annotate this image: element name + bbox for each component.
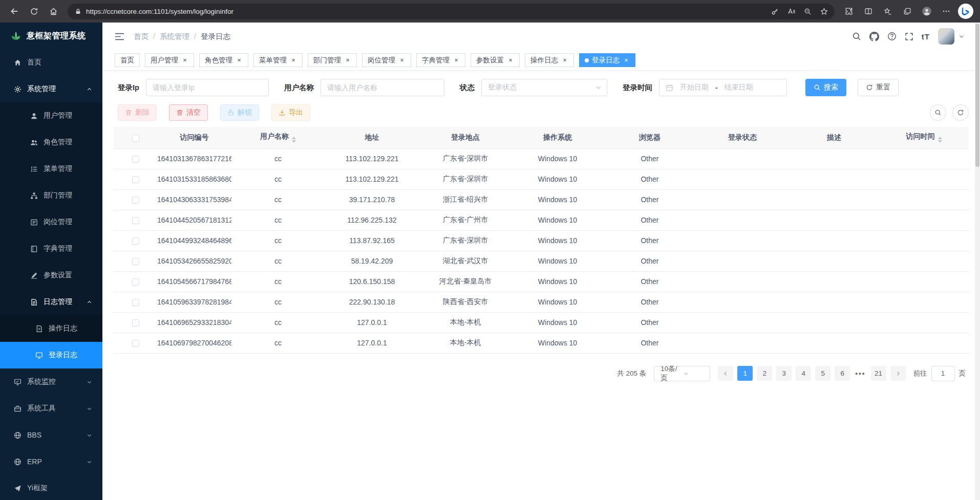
- tab-home[interactable]: 首页: [115, 53, 140, 67]
- login-time-range-picker[interactable]: 开始日期 - 结束日期: [659, 79, 787, 96]
- page-button-5[interactable]: 5: [815, 366, 830, 381]
- close-icon[interactable]: ×: [290, 57, 297, 64]
- status-select[interactable]: 登录状态: [481, 79, 607, 96]
- sidebar-item-log-management[interactable]: 日志管理: [0, 289, 102, 315]
- breadcrumb-home[interactable]: 首页: [134, 32, 148, 41]
- tab-role-management[interactable]: 角色管理×: [199, 53, 248, 67]
- export-button[interactable]: 导出: [271, 104, 310, 121]
- sidebar-item-yi-framework[interactable]: Yi框架: [0, 475, 102, 500]
- favorites-hub-icon[interactable]: [879, 2, 897, 20]
- row-checkbox[interactable]: [132, 299, 139, 306]
- toggle-search-icon[interactable]: [930, 104, 946, 121]
- pagination-ellipsis[interactable]: •••: [854, 369, 866, 377]
- user-name-input[interactable]: [321, 79, 444, 96]
- avatar-dropdown-caret-icon[interactable]: [958, 33, 965, 39]
- page-button-1[interactable]: 1: [737, 366, 753, 381]
- fullscreen-icon[interactable]: [905, 32, 913, 41]
- sidebar-item-menu-management[interactable]: 菜单管理: [0, 156, 102, 182]
- sidebar-item-system-management[interactable]: 系统管理: [0, 76, 102, 102]
- page-button-2[interactable]: 2: [757, 366, 772, 381]
- row-checkbox[interactable]: [132, 278, 139, 286]
- sidebar-item-erp[interactable]: ERP: [0, 448, 102, 475]
- browser-back-button[interactable]: [5, 2, 24, 20]
- sort-icon[interactable]: [292, 137, 296, 143]
- app-logo[interactable]: 意框架管理系统: [0, 23, 102, 49]
- login-ip-input[interactable]: [146, 79, 269, 96]
- sidebar-item-dept-management[interactable]: 部门管理: [0, 182, 102, 209]
- browser-profile-avatar[interactable]: [918, 2, 936, 20]
- select-all-checkbox[interactable]: [132, 135, 139, 142]
- browser-settings-more-icon[interactable]: [937, 2, 955, 20]
- sidebar-item-dict-management[interactable]: 字典管理: [0, 235, 102, 262]
- add-favorite-star-icon[interactable]: [816, 4, 832, 19]
- tab-dept-management[interactable]: 部门管理×: [308, 53, 357, 67]
- close-icon[interactable]: ×: [623, 57, 630, 64]
- row-checkbox[interactable]: [132, 217, 139, 224]
- row-checkbox[interactable]: [132, 319, 139, 327]
- tab-dict-management[interactable]: 字典管理×: [416, 53, 465, 67]
- saved-password-key-icon[interactable]: [767, 4, 782, 19]
- font-size-icon[interactable]: tT: [922, 32, 930, 41]
- row-checkbox[interactable]: [132, 197, 139, 204]
- help-question-icon[interactable]: [887, 32, 897, 41]
- row-checkbox[interactable]: [132, 156, 139, 163]
- page-button-21[interactable]: 21: [871, 366, 886, 381]
- sidebar-item-operation-log[interactable]: 操作日志: [0, 315, 102, 342]
- close-icon[interactable]: ×: [344, 57, 351, 64]
- sidebar-item-param-settings[interactable]: 参数设置: [0, 262, 102, 289]
- tab-operation-log[interactable]: 操作日志×: [525, 53, 574, 67]
- column-header-visit-time[interactable]: 访问时间: [879, 127, 969, 148]
- read-aloud-icon[interactable]: [783, 4, 799, 19]
- sidebar-item-home[interactable]: 首页: [0, 49, 102, 76]
- extensions-puzzle-icon[interactable]: [840, 2, 858, 20]
- close-icon[interactable]: ×: [398, 57, 406, 64]
- close-icon[interactable]: ×: [453, 57, 460, 64]
- sidebar-item-post-management[interactable]: 岗位管理: [0, 209, 102, 235]
- next-page-button[interactable]: [890, 366, 906, 381]
- close-icon[interactable]: ×: [181, 57, 188, 64]
- refresh-table-icon[interactable]: [952, 104, 969, 121]
- github-icon[interactable]: [869, 32, 879, 41]
- column-header-user-name[interactable]: 用户名称: [231, 127, 325, 148]
- sidebar-item-role-management[interactable]: 角色管理: [0, 129, 102, 156]
- prev-page-button[interactable]: [718, 366, 733, 381]
- scrollbar-thumb[interactable]: [975, 24, 979, 167]
- collapse-sidebar-icon[interactable]: [115, 32, 124, 41]
- user-avatar[interactable]: [938, 28, 954, 45]
- unlock-button[interactable]: 解锁: [220, 104, 259, 121]
- bing-copilot-icon[interactable]: [956, 2, 975, 20]
- sidebar-item-system-tools[interactable]: 系统工具: [0, 395, 102, 422]
- split-screen-icon[interactable]: [859, 2, 878, 20]
- goto-page-input[interactable]: [931, 366, 955, 381]
- page-button-4[interactable]: 4: [796, 366, 811, 381]
- address-bar[interactable]: https://ccnetcore.com:1101/system/log/lo…: [68, 4, 835, 19]
- site-security-lock-icon[interactable]: [75, 8, 81, 15]
- close-icon[interactable]: ×: [561, 57, 568, 64]
- header-search-icon[interactable]: [852, 32, 861, 41]
- zoom-out-icon[interactable]: [800, 4, 815, 19]
- page-size-select[interactable]: 10条/页: [654, 366, 710, 381]
- tab-user-management[interactable]: 用户管理×: [145, 53, 194, 67]
- page-button-6[interactable]: 6: [835, 366, 850, 381]
- row-checkbox[interactable]: [132, 258, 139, 265]
- sidebar-item-login-log[interactable]: 登录日志: [0, 342, 102, 368]
- tab-login-log[interactable]: 登录日志×: [579, 53, 635, 67]
- tab-param-settings[interactable]: 参数设置×: [471, 53, 520, 67]
- close-icon[interactable]: ×: [236, 57, 243, 64]
- row-checkbox[interactable]: [132, 176, 139, 183]
- delete-button[interactable]: 删除: [118, 104, 157, 121]
- reset-button[interactable]: 重置: [858, 79, 899, 96]
- search-button[interactable]: 搜索: [805, 79, 846, 96]
- tab-post-management[interactable]: 岗位管理×: [362, 53, 411, 67]
- collections-icon[interactable]: [898, 2, 917, 20]
- row-checkbox[interactable]: [132, 340, 139, 347]
- sidebar-item-bbs[interactable]: BBS: [0, 422, 102, 448]
- browser-home-button[interactable]: [44, 2, 62, 20]
- close-icon[interactable]: ×: [507, 57, 514, 64]
- tab-menu-management[interactable]: 菜单管理×: [253, 53, 303, 67]
- row-checkbox[interactable]: [132, 237, 139, 245]
- clear-button[interactable]: 清空: [169, 104, 208, 121]
- page-button-3[interactable]: 3: [776, 366, 792, 381]
- sidebar-item-user-management[interactable]: 用户管理: [0, 102, 102, 129]
- browser-refresh-button[interactable]: [25, 2, 43, 20]
